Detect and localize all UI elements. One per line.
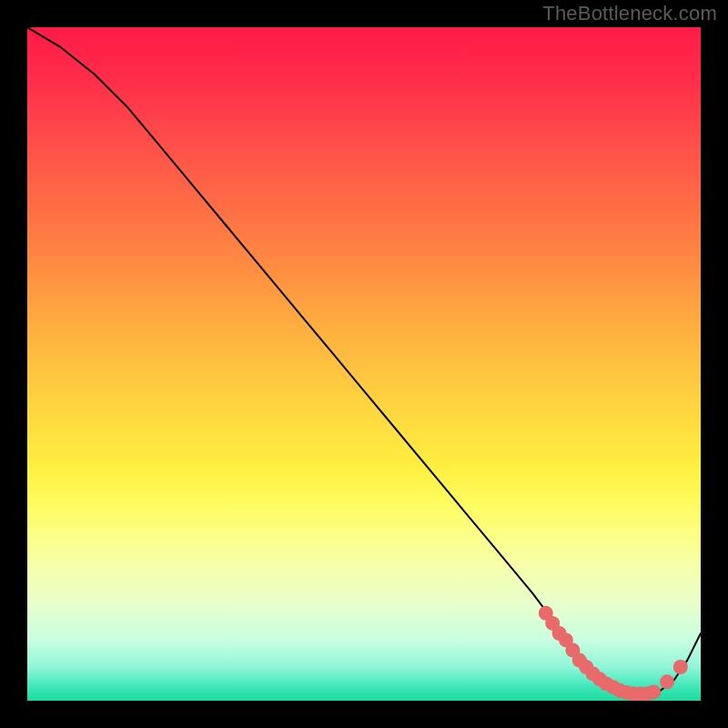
sweet-spot-markers-group xyxy=(539,606,688,701)
chart-overlay-svg xyxy=(27,27,701,701)
sweet-spot-marker xyxy=(673,660,688,674)
attribution-text: TheBottleneck.com xyxy=(542,2,717,25)
sweet-spot-marker xyxy=(660,674,674,689)
bottleneck-curve-line xyxy=(27,27,701,694)
chart-plot-area xyxy=(27,27,701,701)
sweet-spot-marker xyxy=(646,684,661,699)
